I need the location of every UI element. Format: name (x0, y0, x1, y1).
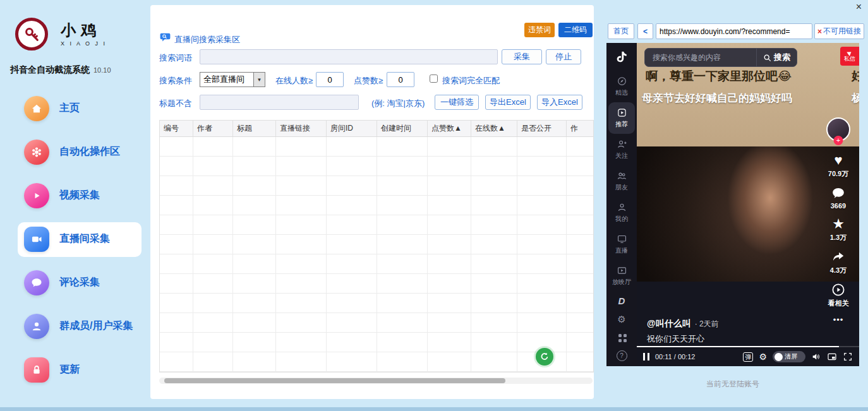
table-header-extra[interactable]: 作 (567, 121, 593, 136)
window-bottom-edge (0, 407, 868, 411)
comment-bubble-icon (24, 270, 49, 295)
follow-plus-button[interactable]: + (834, 136, 843, 145)
results-table: 编号 作者 标题 直播链接 房间ID 创建时间 点赞数▲ 在线数▲ 是否公开 作 (159, 120, 594, 372)
compass-icon (617, 76, 627, 86)
search-condition-label: 搜索条件 (159, 75, 192, 86)
online-count-label: 在线人数≥ (275, 75, 313, 86)
share-arrow-icon (831, 249, 845, 265)
table-header-room-id[interactable]: 房间ID (327, 121, 377, 136)
browser-home-button[interactable]: 首页 (608, 23, 634, 39)
condition-select[interactable]: 全部直播间 ▼ (200, 72, 265, 87)
sidebar-item-automation[interactable]: 自动化操作区 (0, 131, 150, 174)
time-display: 00:11 / 00:12 (655, 353, 695, 360)
douyin-nav-featured[interactable]: 精选 (608, 71, 635, 102)
window-close-icon[interactable]: × (856, 1, 862, 13)
douyin-nav-friends[interactable]: 朋友 (608, 165, 635, 197)
browser-back-button[interactable]: < (637, 23, 653, 39)
search-bubble-icon (159, 32, 171, 46)
danmaku-toggle[interactable]: 弹 (743, 352, 753, 362)
refresh-button[interactable] (536, 348, 553, 366)
related-button[interactable]: 看相关 (828, 282, 849, 308)
pip-icon[interactable] (827, 352, 837, 362)
import-excel-button[interactable]: 导入Excel (537, 95, 582, 110)
fullscreen-icon[interactable] (843, 352, 853, 362)
search-icon (763, 54, 771, 62)
scrollbar-thumb[interactable] (164, 378, 505, 383)
douyin-d-logo-icon[interactable]: D (618, 292, 625, 310)
sidebar-item-home[interactable]: 主页 (0, 87, 150, 131)
favorite-button[interactable]: ★ 1.3万 (830, 217, 847, 242)
qrcode-button[interactable]: 二维码 (558, 23, 593, 37)
table-header-live-link[interactable]: 直播链接 (276, 121, 327, 136)
douyin-search-input[interactable]: 搜索你感兴趣的内容 搜索 (644, 48, 797, 67)
douyin-left-nav: 精选 推荐 关注 朋友 我的 直播 放映厅 D ⚙ ? (606, 43, 637, 366)
table-header-create-time[interactable]: 创建时间 (377, 121, 428, 136)
app-version: 10.10 (93, 66, 111, 74)
embedded-browser: 啊，尊重一下家里那位吧😂 母亲节去好好喊自己的妈妈好吗 好 杨 精选 推荐 关注… (606, 43, 859, 366)
url-input[interactable] (656, 23, 812, 39)
sidebar-item-user-collect[interactable]: 群成员/用户采集 (0, 305, 150, 348)
sidebar-item-comment-collect[interactable]: 评论采集 (0, 261, 150, 305)
table-header-author[interactable]: 作者 (193, 121, 233, 136)
one-key-filter-button[interactable]: 一键筛选 (435, 95, 479, 110)
douyin-nav-live[interactable]: 直播 (608, 229, 635, 260)
title-exclude-input[interactable] (200, 95, 359, 110)
app-logo (15, 18, 48, 51)
stop-button[interactable]: 停止 (546, 49, 581, 64)
app-title: 小鸡 (61, 20, 101, 40)
example-hint: (例: 淘宝|京东) (371, 98, 425, 109)
export-excel-button[interactable]: 导出Excel (485, 95, 531, 110)
douyin-search-button[interactable]: 搜索 (756, 49, 797, 66)
douyin-nav-follow[interactable]: 关注 (608, 134, 635, 165)
sidebar-item-video-collect[interactable]: 视频采集 (0, 174, 150, 218)
chevron-down-icon[interactable]: ▼ (253, 73, 265, 86)
overlay-text-line1: 啊，尊重一下家里那位吧😂 (646, 68, 792, 85)
table-header-likes-sort[interactable]: 点赞数▲ (428, 121, 471, 136)
favorite-count: 1.3万 (830, 233, 847, 242)
douyin-logo-icon[interactable] (615, 43, 629, 71)
online-count-input[interactable] (316, 72, 344, 87)
like-button[interactable]: ♥ 70.9万 (828, 153, 848, 179)
douyin-nav-theater[interactable]: 放映厅 (608, 260, 635, 292)
video-author[interactable]: @叫什么叫· 2天前 (647, 318, 719, 330)
person-icon (617, 202, 627, 213)
sidebar-item-update[interactable]: 更新 (0, 348, 150, 392)
comment-button[interactable]: 3669 (831, 186, 846, 210)
likes-count-input[interactable] (387, 72, 414, 87)
settings-gear-icon[interactable]: ⚙ (617, 310, 625, 328)
app-subtitle: X I A O J I (61, 40, 107, 47)
share-button[interactable]: 4.3万 (830, 249, 847, 275)
share-count: 4.3万 (830, 266, 847, 275)
more-button[interactable]: ••• (833, 315, 844, 325)
search-words-input[interactable] (200, 49, 498, 64)
help-icon[interactable]: ? (617, 347, 627, 365)
banned-words-button[interactable]: 违禁词 (524, 23, 555, 37)
horizontal-scrollbar[interactable] (159, 378, 593, 384)
peek-text-top: 好 (852, 68, 859, 85)
theater-icon (617, 265, 627, 276)
exact-match-checkbox[interactable] (430, 74, 438, 83)
table-header-online-sort[interactable]: 在线数▲ (471, 121, 517, 136)
app-name: 抖音全自动截流系统 (10, 64, 90, 74)
like-count: 70.9万 (828, 169, 848, 179)
player-settings-icon[interactable]: ⚙ (759, 352, 767, 362)
table-header-title[interactable]: 标题 (233, 121, 276, 136)
table-header-row: 编号 作者 标题 直播链接 房间ID 创建时间 点赞数▲ 在线数▲ 是否公开 作 (160, 121, 593, 137)
volume-icon[interactable] (811, 352, 821, 362)
direct-message-badge[interactable]: 私信 (840, 47, 859, 66)
collect-button[interactable]: 采集 (502, 49, 542, 64)
douyin-nav-recommend[interactable]: 推荐 (608, 102, 635, 134)
author-avatar[interactable]: + (826, 117, 850, 141)
search-words-label: 搜索词语 (159, 52, 192, 64)
likes-count-label: 点赞数≥ (354, 75, 383, 86)
table-header-is-public[interactable]: 是否公开 (517, 121, 567, 136)
login-status-text: 当前无登陆账号 (606, 379, 859, 390)
sidebar-item-liveroom-collect[interactable]: 直播间采集 (0, 218, 150, 261)
home-icon (24, 96, 49, 121)
douyin-nav-mine[interactable]: 我的 (608, 197, 635, 229)
pause-icon[interactable] (643, 353, 649, 360)
clear-screen-toggle[interactable]: 清屏 (773, 351, 805, 362)
table-header-number[interactable]: 编号 (160, 121, 193, 136)
related-label: 看相关 (828, 299, 849, 308)
invalid-link-button[interactable]: × 不可用链接 (814, 23, 864, 39)
